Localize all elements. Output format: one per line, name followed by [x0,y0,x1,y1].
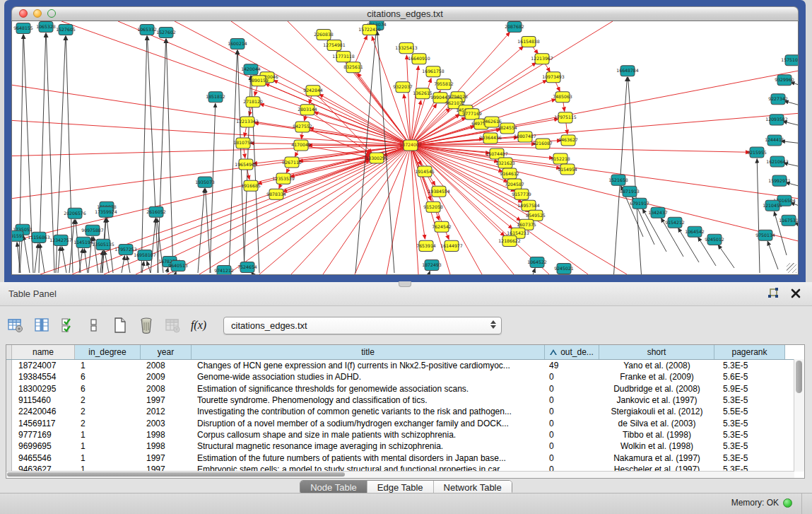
graph-node[interactable]: 16640910 [408,54,430,64]
graph-node[interactable]: 16144977 [440,240,463,251]
table-select-dropdown[interactable]: citations_edges.txt [223,317,502,334]
graph-node[interactable]: 7624542 [432,221,452,232]
graph-node[interactable]: 1342437 [648,207,668,218]
graph-node[interactable]: 1916685 [241,180,261,191]
graph-node[interactable]: 4170049 [291,140,311,151]
graph-node[interactable]: 7653914 [416,240,436,251]
graph-node[interactable]: 9154212 [665,217,685,228]
table-row[interactable]: 946554611997Estimation of the future num… [6,452,804,463]
graph-node[interactable]: 16961758 [422,66,445,77]
graph-node[interactable]: 9329960 [775,75,794,86]
graph-node[interactable]: 1321623 [495,158,515,168]
graph-node[interactable]: 1210455 [763,200,782,211]
delete-rows-button[interactable] [136,315,156,335]
graph-node[interactable]: 20364436 [479,133,502,144]
graph-node[interactable]: 3824554 [498,123,517,134]
row-height-button[interactable] [84,315,104,335]
graph-node[interactable]: 1064542 [685,226,705,237]
graph-node[interactable]: 1600214 [228,39,247,49]
table-row[interactable]: 969969511998Structural magnetic resonanc… [6,440,804,452]
graph-node[interactable]: 1145194 [73,237,93,247]
table-row[interactable]: 1456911722003Disruption of a novel membe… [6,417,804,428]
graph-node[interactable]: 11156863 [28,232,50,243]
table-row[interactable]: 977716911998Corpus callosum shape and si… [6,429,804,440]
graph-node[interactable]: 11773118 [332,52,355,62]
graph-node[interactable]: 9154954 [558,164,577,175]
graph-node[interactable]: 9245012 [705,234,724,245]
column-header-indegree[interactable]: in_degree [75,345,141,359]
graph-node[interactable]: 8267110 [282,157,302,168]
graph-node[interactable]: 1935073 [195,177,215,187]
graph-node[interactable]: 7204587 [505,179,524,189]
graph-node[interactable]: 8871913 [620,186,640,197]
graph-node[interactable]: 15992971 [768,175,791,186]
graph-node[interactable]: 7955812 [434,79,454,90]
network-graph[interactable]: 9648155106532815276051065332152760288130… [12,21,798,274]
column-header-pagerank[interactable]: pagerank [714,345,785,359]
graph-node[interactable]: 1851812 [206,92,225,103]
graph-node[interactable]: 1244415 [765,135,784,146]
graph-node[interactable]: 9741212 [214,265,234,274]
graph-node[interactable]: 9152058 [423,201,443,212]
close-window-button[interactable] [19,9,28,18]
memory-indicator[interactable]: Memory: OK [731,498,792,508]
graph-node[interactable]: 1065328 [36,22,56,33]
graph-node[interactable]: 2718120 [243,97,263,107]
graph-node[interactable]: 9322037 [393,82,413,93]
column-header-name[interactable]: name [12,345,75,359]
graph-node[interactable]: 9890159 [249,76,269,86]
table-row[interactable]: 1830029562008Estimation of significance … [6,383,804,395]
graph-node[interactable]: 16648784 [616,66,639,76]
graph-node[interactable]: 1064522 [527,257,547,267]
graph-node[interactable]: 9648155 [13,23,33,34]
minimize-window-button[interactable] [33,9,42,18]
graph-node[interactable]: 2616052 [146,206,166,217]
delete-table-button[interactable] [163,315,182,335]
table-row[interactable]: 2242004622012Investigating the contribut… [6,406,804,417]
graph-node[interactable]: 13505135 [92,239,114,250]
graph-node[interactable]: 2803144 [298,105,317,115]
selection-mode-button[interactable] [58,315,78,335]
function-builder-button[interactable]: f(x) [189,315,208,335]
graph-node[interactable]: 1065332 [137,25,157,35]
vertical-scrollbar-thumb[interactable] [796,361,802,393]
graph-node[interactable]: 6791917 [630,198,649,209]
network-window-titlebar[interactable]: citations_edges.txt [11,6,799,21]
column-header-year[interactable]: year [141,345,192,359]
graph-node[interactable]: 391591 [12,230,25,241]
graph-node[interactable]: 2087682 [505,22,524,33]
graph-node[interactable]: 7485063 [553,92,572,103]
graph-node[interactable]: 9227342 [768,94,788,105]
graph-node[interactable]: 12754981 [323,40,346,51]
graph-node[interactable]: 15751074 [781,55,798,66]
horizontal-scrollbar[interactable] [6,471,794,478]
graph-node[interactable]: 2260838 [314,30,334,40]
graph-node[interactable]: 1420044 [241,64,261,75]
graph-node[interactable]: 1872493 [422,259,442,270]
graph-node[interactable]: 1527605 [56,25,76,35]
column-visibility-button[interactable] [32,315,52,335]
graph-node[interactable]: 9164612 [500,168,519,179]
graph-node[interactable]: 9878334 [266,189,286,199]
graph-node[interactable]: 9245021 [554,263,574,274]
table-row[interactable]: 911546021997Tourette syndrome. Phenomeno… [6,395,804,406]
graph-node[interactable]: 6216087 [533,139,553,149]
table-row[interactable]: 1938455462009Genome-wide association stu… [6,371,804,382]
new-file-button[interactable] [110,315,130,335]
graph-node[interactable]: 16210643 [766,156,789,167]
graph-node[interactable]: 12353539 [272,173,295,184]
graph-node[interactable]: 9152218 [551,153,570,164]
panel-collapse-handle[interactable] [399,281,411,287]
graph-node[interactable]: 90975887 [81,225,104,235]
graph-node[interactable]: 9463627 [558,135,578,146]
close-panel-icon[interactable] [789,287,802,300]
column-header-outde[interactable]: out_de... [545,345,599,359]
column-header-title[interactable]: title [192,345,545,359]
graph-node[interactable]: 9640513 [168,260,188,271]
graph-node[interactable]: 8215955 [747,147,767,158]
graph-node[interactable]: 1167531 [779,215,798,226]
table-row[interactable]: 1872400712008Changes of HCN gene express… [6,360,804,371]
float-panel-icon[interactable] [767,287,779,300]
graph-node[interactable]: 9777169 [462,109,482,119]
table-settings-button[interactable] [6,315,25,335]
